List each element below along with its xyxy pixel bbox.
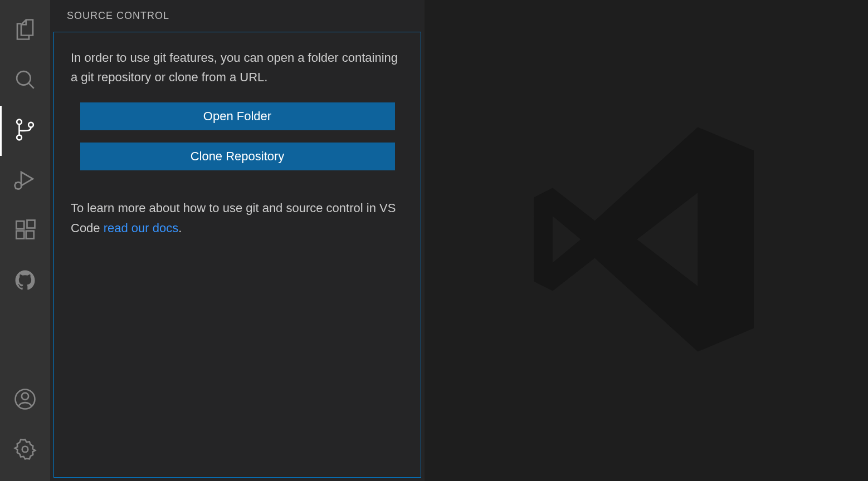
svg-rect-13 [27, 220, 35, 228]
open-folder-button[interactable]: Open Folder [80, 102, 395, 130]
learn-more-text: To learn more about how to use git and s… [71, 198, 404, 237]
source-control-panel: In order to use git features, you can op… [53, 32, 421, 478]
accounts-tab[interactable] [0, 375, 50, 425]
source-control-tab[interactable] [0, 106, 50, 156]
vscode-logo-watermark [529, 122, 763, 359]
debug-icon [13, 168, 37, 194]
run-debug-tab[interactable] [0, 156, 50, 206]
source-control-icon [13, 118, 37, 144]
intro-text: In order to use git features, you can op… [71, 48, 404, 87]
svg-rect-12 [26, 231, 34, 239]
explorer-tab[interactable] [0, 6, 50, 56]
svg-point-15 [22, 393, 28, 400]
svg-line-8 [16, 182, 16, 183]
github-icon [13, 268, 37, 294]
settings-tab[interactable] [0, 425, 50, 475]
svg-line-9 [16, 189, 16, 189]
github-tab[interactable] [0, 256, 50, 306]
svg-rect-11 [16, 231, 24, 239]
clone-repository-button[interactable]: Clone Repository [80, 143, 395, 170]
svg-point-2 [17, 120, 22, 125]
gear-icon [13, 438, 37, 463]
files-icon [13, 18, 37, 43]
source-control-sidebar: SOURCE CONTROL In order to use git featu… [50, 0, 425, 481]
activity-bar [0, 0, 50, 481]
svg-rect-10 [16, 221, 24, 229]
svg-point-0 [17, 71, 31, 85]
svg-line-1 [28, 83, 34, 89]
sidebar-title: SOURCE CONTROL [50, 0, 425, 32]
editor-area [425, 0, 868, 481]
extensions-icon [13, 218, 37, 244]
search-tab[interactable] [0, 56, 50, 106]
learn-more-suffix: . [178, 221, 182, 235]
svg-point-16 [22, 446, 28, 453]
svg-point-3 [17, 135, 22, 140]
extensions-tab[interactable] [0, 206, 50, 256]
svg-point-4 [28, 122, 33, 127]
read-our-docs-link[interactable]: read our docs [104, 221, 179, 235]
account-icon [13, 387, 37, 413]
search-icon [13, 68, 37, 94]
